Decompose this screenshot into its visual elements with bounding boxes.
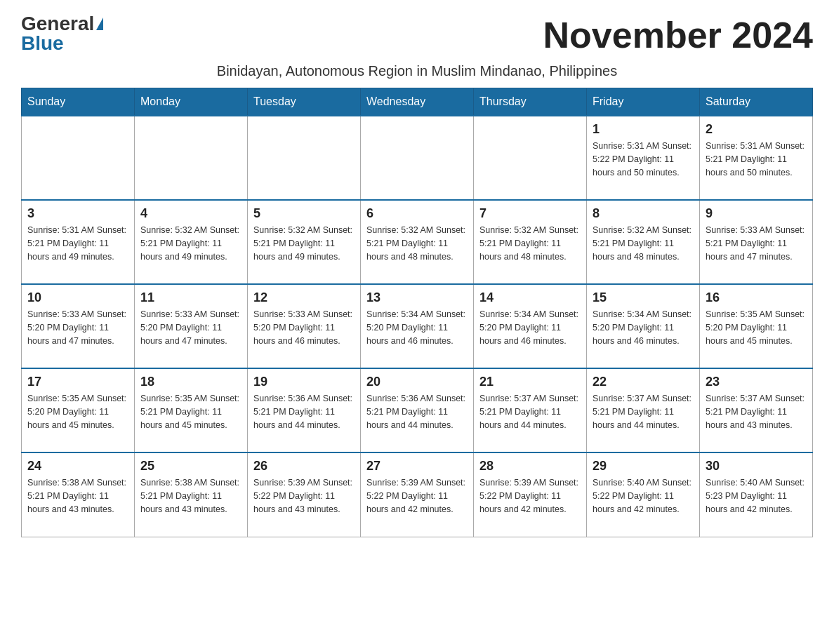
day-info: Sunrise: 5:31 AM Sunset: 5:21 PM Dayligh… <box>27 224 128 263</box>
day-number: 26 <box>253 459 355 474</box>
subtitle: Binidayan, Autonomous Region in Muslim M… <box>21 63 813 79</box>
calendar-header-monday: Monday <box>135 88 248 116</box>
week-row-1: 1Sunrise: 5:31 AM Sunset: 5:22 PM Daylig… <box>22 116 813 200</box>
calendar-cell <box>474 116 587 200</box>
day-number: 1 <box>593 122 694 137</box>
week-row-2: 3Sunrise: 5:31 AM Sunset: 5:21 PM Daylig… <box>22 200 813 284</box>
day-info: Sunrise: 5:39 AM Sunset: 5:22 PM Dayligh… <box>253 476 355 516</box>
day-number: 14 <box>479 290 581 305</box>
calendar-cell: 17Sunrise: 5:35 AM Sunset: 5:20 PM Dayli… <box>22 368 135 452</box>
calendar-cell: 8Sunrise: 5:32 AM Sunset: 5:21 PM Daylig… <box>587 200 700 284</box>
day-info: Sunrise: 5:35 AM Sunset: 5:20 PM Dayligh… <box>706 308 807 347</box>
day-number: 27 <box>366 459 468 474</box>
day-number: 7 <box>479 206 581 221</box>
calendar-header-friday: Friday <box>587 88 700 116</box>
day-info: Sunrise: 5:32 AM Sunset: 5:21 PM Dayligh… <box>140 224 241 263</box>
calendar-cell: 13Sunrise: 5:34 AM Sunset: 5:20 PM Dayli… <box>361 284 474 368</box>
day-info: Sunrise: 5:33 AM Sunset: 5:20 PM Dayligh… <box>253 308 355 347</box>
calendar-cell: 4Sunrise: 5:32 AM Sunset: 5:21 PM Daylig… <box>135 200 248 284</box>
day-number: 24 <box>27 459 128 474</box>
calendar-cell: 15Sunrise: 5:34 AM Sunset: 5:20 PM Dayli… <box>587 284 700 368</box>
day-number: 19 <box>253 375 355 389</box>
day-number: 4 <box>140 206 241 221</box>
calendar-header-tuesday: Tuesday <box>248 88 361 116</box>
day-info: Sunrise: 5:33 AM Sunset: 5:20 PM Dayligh… <box>27 308 128 347</box>
day-info: Sunrise: 5:32 AM Sunset: 5:21 PM Dayligh… <box>366 224 468 263</box>
calendar-cell: 28Sunrise: 5:39 AM Sunset: 5:22 PM Dayli… <box>474 452 587 537</box>
day-number: 17 <box>27 375 128 389</box>
calendar-cell: 14Sunrise: 5:34 AM Sunset: 5:20 PM Dayli… <box>474 284 587 368</box>
day-info: Sunrise: 5:31 AM Sunset: 5:22 PM Dayligh… <box>593 140 694 179</box>
calendar-cell: 11Sunrise: 5:33 AM Sunset: 5:20 PM Dayli… <box>135 284 248 368</box>
day-number: 2 <box>706 122 807 137</box>
day-info: Sunrise: 5:36 AM Sunset: 5:21 PM Dayligh… <box>366 392 468 431</box>
day-number: 18 <box>140 375 241 389</box>
day-info: Sunrise: 5:39 AM Sunset: 5:22 PM Dayligh… <box>366 476 468 516</box>
calendar-cell: 7Sunrise: 5:32 AM Sunset: 5:21 PM Daylig… <box>474 200 587 284</box>
calendar-cell: 1Sunrise: 5:31 AM Sunset: 5:22 PM Daylig… <box>587 116 700 200</box>
day-info: Sunrise: 5:31 AM Sunset: 5:21 PM Dayligh… <box>706 140 807 179</box>
logo-triangle-icon <box>96 18 103 30</box>
week-row-5: 24Sunrise: 5:38 AM Sunset: 5:21 PM Dayli… <box>22 452 813 537</box>
calendar-cell: 6Sunrise: 5:32 AM Sunset: 5:21 PM Daylig… <box>361 200 474 284</box>
day-info: Sunrise: 5:35 AM Sunset: 5:20 PM Dayligh… <box>27 392 128 431</box>
day-number: 20 <box>366 375 468 389</box>
day-info: Sunrise: 5:38 AM Sunset: 5:21 PM Dayligh… <box>27 476 128 516</box>
day-info: Sunrise: 5:35 AM Sunset: 5:21 PM Dayligh… <box>140 392 241 431</box>
day-number: 8 <box>593 206 694 221</box>
day-number: 5 <box>253 206 355 221</box>
calendar-cell: 3Sunrise: 5:31 AM Sunset: 5:21 PM Daylig… <box>22 200 135 284</box>
day-number: 23 <box>706 375 807 389</box>
calendar-cell: 5Sunrise: 5:32 AM Sunset: 5:21 PM Daylig… <box>248 200 361 284</box>
day-number: 9 <box>706 206 807 221</box>
day-info: Sunrise: 5:34 AM Sunset: 5:20 PM Dayligh… <box>366 308 468 347</box>
day-number: 22 <box>593 375 694 389</box>
day-info: Sunrise: 5:32 AM Sunset: 5:21 PM Dayligh… <box>479 224 581 263</box>
day-number: 3 <box>27 206 128 221</box>
calendar-header-sunday: Sunday <box>22 88 135 116</box>
calendar-cell <box>361 116 474 200</box>
calendar-cell: 18Sunrise: 5:35 AM Sunset: 5:21 PM Dayli… <box>135 368 248 452</box>
day-number: 12 <box>253 290 355 305</box>
calendar-cell: 25Sunrise: 5:38 AM Sunset: 5:21 PM Dayli… <box>135 452 248 537</box>
calendar-cell: 10Sunrise: 5:33 AM Sunset: 5:20 PM Dayli… <box>22 284 135 368</box>
calendar-cell <box>22 116 135 200</box>
header: General Blue November 2024 <box>21 14 813 56</box>
day-info: Sunrise: 5:37 AM Sunset: 5:21 PM Dayligh… <box>479 392 581 431</box>
day-info: Sunrise: 5:33 AM Sunset: 5:20 PM Dayligh… <box>140 308 241 347</box>
calendar-cell: 30Sunrise: 5:40 AM Sunset: 5:23 PM Dayli… <box>700 452 813 537</box>
calendar-header-saturday: Saturday <box>700 88 813 116</box>
calendar-cell: 26Sunrise: 5:39 AM Sunset: 5:22 PM Dayli… <box>248 452 361 537</box>
day-number: 29 <box>593 459 694 474</box>
calendar-cell: 23Sunrise: 5:37 AM Sunset: 5:21 PM Dayli… <box>700 368 813 452</box>
calendar-cell: 27Sunrise: 5:39 AM Sunset: 5:22 PM Dayli… <box>361 452 474 537</box>
calendar-cell: 21Sunrise: 5:37 AM Sunset: 5:21 PM Dayli… <box>474 368 587 452</box>
day-info: Sunrise: 5:37 AM Sunset: 5:21 PM Dayligh… <box>593 392 694 431</box>
logo: General Blue <box>21 14 103 53</box>
day-number: 30 <box>706 459 807 474</box>
day-info: Sunrise: 5:38 AM Sunset: 5:21 PM Dayligh… <box>140 476 241 516</box>
day-info: Sunrise: 5:40 AM Sunset: 5:23 PM Dayligh… <box>706 476 807 516</box>
day-info: Sunrise: 5:36 AM Sunset: 5:21 PM Dayligh… <box>253 392 355 431</box>
calendar-cell: 20Sunrise: 5:36 AM Sunset: 5:21 PM Dayli… <box>361 368 474 452</box>
calendar-cell: 29Sunrise: 5:40 AM Sunset: 5:22 PM Dayli… <box>587 452 700 537</box>
page-title: November 2024 <box>543 14 813 56</box>
day-number: 28 <box>479 459 581 474</box>
calendar-cell: 16Sunrise: 5:35 AM Sunset: 5:20 PM Dayli… <box>700 284 813 368</box>
logo-general-text: General <box>21 14 94 34</box>
calendar-cell <box>135 116 248 200</box>
day-number: 21 <box>479 375 581 389</box>
day-info: Sunrise: 5:34 AM Sunset: 5:20 PM Dayligh… <box>479 308 581 347</box>
day-number: 6 <box>366 206 468 221</box>
day-info: Sunrise: 5:34 AM Sunset: 5:20 PM Dayligh… <box>593 308 694 347</box>
logo-blue-text: Blue <box>21 34 64 53</box>
calendar-cell: 22Sunrise: 5:37 AM Sunset: 5:21 PM Dayli… <box>587 368 700 452</box>
day-number: 11 <box>140 290 241 305</box>
day-number: 16 <box>706 290 807 305</box>
day-info: Sunrise: 5:33 AM Sunset: 5:21 PM Dayligh… <box>706 224 807 263</box>
calendar-cell: 12Sunrise: 5:33 AM Sunset: 5:20 PM Dayli… <box>248 284 361 368</box>
calendar-cell: 2Sunrise: 5:31 AM Sunset: 5:21 PM Daylig… <box>700 116 813 200</box>
day-info: Sunrise: 5:32 AM Sunset: 5:21 PM Dayligh… <box>593 224 694 263</box>
calendar-cell <box>248 116 361 200</box>
calendar-header-thursday: Thursday <box>474 88 587 116</box>
